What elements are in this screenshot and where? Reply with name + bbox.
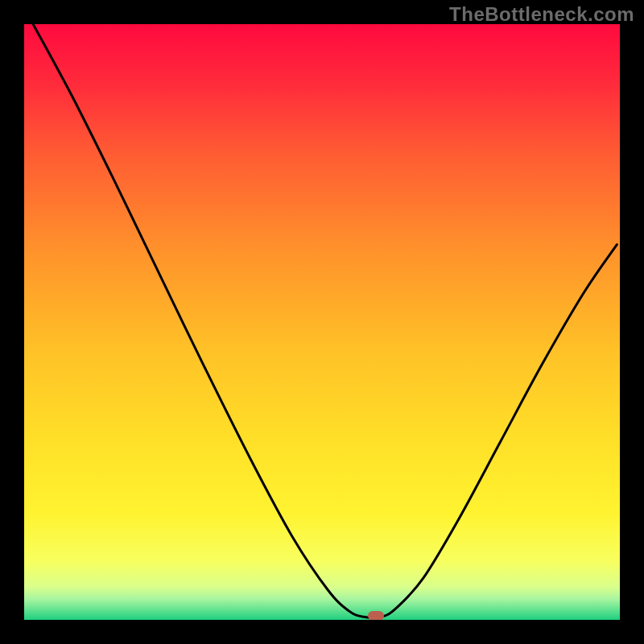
valley-marker-icon bbox=[368, 611, 384, 620]
chart-container: TheBottleneck.com bbox=[0, 0, 644, 644]
watermark-text: TheBottleneck.com bbox=[449, 3, 634, 26]
plot-area bbox=[24, 24, 620, 620]
bottleneck-curve bbox=[24, 24, 620, 620]
